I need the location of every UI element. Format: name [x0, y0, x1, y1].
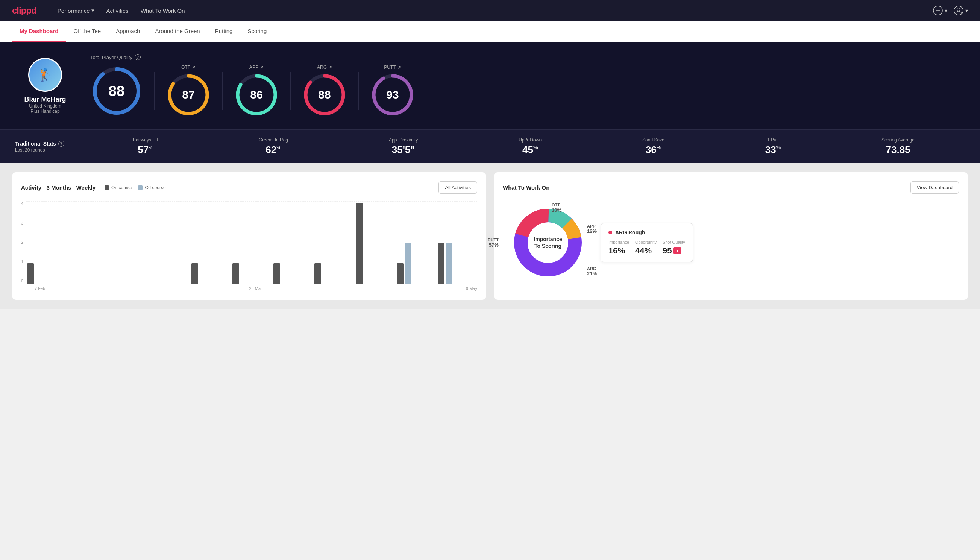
nav-what-to-work-on[interactable]: What To Work On: [141, 6, 185, 15]
bar-group-10: [397, 243, 435, 284]
stat-up-down: Up & Down 45%: [519, 137, 542, 156]
info-importance: Importance 16%: [609, 240, 629, 256]
info-metrics: Importance 16% Opportunity 44% Shot Qual…: [609, 240, 685, 256]
app-donut-label: APP 12%: [587, 224, 597, 234]
bar-chart: 4 3 2 1 0: [21, 201, 477, 291]
player-country: United Kingdom: [29, 103, 61, 109]
stats-items: Fairways Hit 57% Greens In Reg 62% App. …: [83, 137, 965, 156]
arg-donut-label: ARG 21%: [587, 266, 597, 277]
top-nav: clippd Performance ▾ Activities What To …: [0, 0, 980, 21]
divider-3: [290, 72, 291, 110]
player-handicap: Plus Handicap: [30, 109, 60, 114]
info-shot-quality: Shot Quality 95 ▼: [662, 240, 685, 256]
stat-fairways-hit: Fairways Hit 57%: [133, 137, 158, 156]
all-activities-button[interactable]: All Activities: [438, 181, 477, 194]
info-dot: [609, 230, 612, 234]
tab-my-dashboard[interactable]: My Dashboard: [12, 21, 66, 42]
stats-help-icon[interactable]: ?: [58, 141, 64, 147]
stat-sand-save: Sand Save 36%: [642, 137, 664, 156]
svg-point-4: [957, 8, 960, 11]
stat-app-proximity: App. Proximity 35'5": [389, 137, 418, 156]
stats-label-sub: Last 20 rounds: [15, 147, 83, 153]
app-circle: APP ↗ 86: [234, 65, 279, 117]
shot-quality-badge: ▼: [673, 247, 681, 254]
divider-1: [154, 72, 155, 110]
add-button[interactable]: ▾: [933, 5, 947, 16]
bottom-panels: Activity - 3 Months - Weekly On course O…: [0, 163, 980, 309]
donut-center: Importance To Scoring: [534, 236, 562, 249]
nav-performance[interactable]: Performance ▾: [58, 6, 95, 15]
bar-group-6: [232, 263, 270, 284]
stats-label-group: Traditional Stats ? Last 20 rounds: [15, 141, 83, 153]
stat-1-putt: 1 Putt 33%: [765, 137, 781, 156]
work-on-panel-header: What To Work On View Dashboard: [503, 181, 959, 194]
x-labels: 7 Feb 28 Mar 9 May: [21, 286, 477, 291]
info-card: ARG Rough Importance 16% Opportunity 44%…: [601, 223, 693, 262]
putt-circle: PUTT ↗ 93: [370, 65, 415, 117]
player-name: Blair McHarg: [24, 95, 66, 103]
tab-bar: My Dashboard Off the Tee Approach Around…: [0, 21, 980, 42]
stat-greens-in-reg: Greens In Reg 62%: [259, 137, 288, 156]
panel-legend: On course Off course: [105, 185, 166, 190]
user-button[interactable]: ▾: [953, 5, 968, 16]
nav-right: ▾ ▾: [933, 5, 968, 16]
logo: clippd: [12, 5, 37, 16]
tab-around-the-green[interactable]: Around the Green: [147, 21, 207, 42]
work-on-panel-title: What To Work On: [503, 184, 549, 191]
tab-scoring[interactable]: Scoring: [240, 21, 274, 42]
hero-section: 🏌️ Blair McHarg United Kingdom Plus Hand…: [0, 42, 980, 129]
bar-group-8: [314, 263, 353, 284]
legend-off-course: Off course: [138, 185, 165, 190]
bar-group-1: [27, 263, 65, 284]
nav-activities[interactable]: Activities: [106, 6, 129, 15]
info-opportunity: Opportunity 44%: [635, 240, 657, 256]
bar-group-11: [438, 243, 476, 284]
donut-chart: Importance To Scoring OTT 10% APP 12% AR…: [503, 201, 593, 284]
tpq-label: Total Player Quality ?: [90, 54, 965, 60]
activity-panel-title: Activity - 3 Months - Weekly: [21, 184, 95, 191]
player-info: 🏌️ Blair McHarg United Kingdom Plus Hand…: [15, 58, 75, 114]
activity-panel-header: Activity - 3 Months - Weekly On course O…: [21, 181, 477, 194]
ott-donut-label: OTT 10%: [552, 203, 561, 213]
activity-panel: Activity - 3 Months - Weekly On course O…: [12, 172, 486, 300]
main-score-circle: 88: [90, 65, 143, 117]
legend-on-course: On course: [105, 185, 132, 190]
view-dashboard-button[interactable]: View Dashboard: [910, 181, 959, 194]
work-on-panel: What To Work On View Dashboard Importanc…: [494, 172, 968, 300]
stat-scoring-avg: Scoring Average 73.85: [882, 137, 915, 156]
tab-off-the-tee[interactable]: Off the Tee: [66, 21, 108, 42]
tpq-help-icon[interactable]: ?: [135, 54, 141, 60]
circles-row: 88 OTT ↗ 87: [90, 65, 965, 117]
bars-container: [26, 201, 477, 284]
stats-bar: Traditional Stats ? Last 20 rounds Fairw…: [0, 129, 980, 163]
ott-circle: OTT ↗ 87: [166, 65, 211, 117]
tab-approach[interactable]: Approach: [108, 21, 147, 42]
divider-2: [222, 72, 223, 110]
putt-donut-label: PUTT 57%: [488, 238, 499, 248]
arg-circle: ARG ↗ 88: [302, 65, 347, 117]
divider-4: [358, 72, 359, 110]
bar-group-9: [356, 203, 394, 284]
bar-group-7: [273, 263, 311, 284]
avatar: 🏌️: [28, 58, 62, 92]
bar-group-5: [191, 263, 230, 284]
tpq-section: Total Player Quality ? 88: [90, 54, 965, 117]
tab-putting[interactable]: Putting: [208, 21, 240, 42]
donut-section: Importance To Scoring OTT 10% APP 12% AR…: [503, 201, 959, 284]
